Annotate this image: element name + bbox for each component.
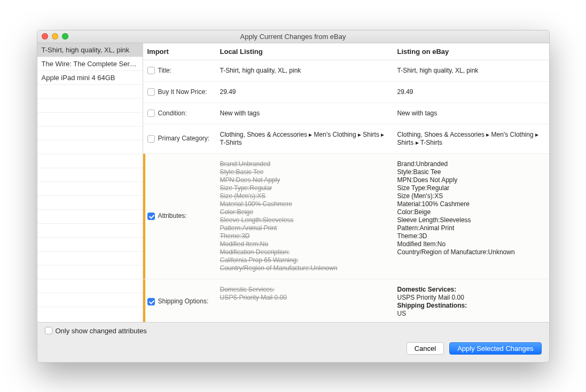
compare-row-shipping: Shipping Options:Domestic Services:USPS … (143, 279, 549, 322)
sidebar-item[interactable] (37, 154, 143, 168)
import-checkbox-attributes[interactable] (147, 213, 155, 220)
sidebar-item[interactable] (37, 252, 143, 265)
sidebar-item[interactable] (37, 210, 143, 224)
close-icon[interactable] (42, 33, 48, 40)
sidebar-item[interactable] (37, 182, 143, 196)
comparison-table: Import Local Listing Listing on eBay Tit… (143, 43, 549, 322)
sidebar-item[interactable] (37, 293, 143, 307)
local-value: Domestic Services:USPS Priority Mail 0.0… (220, 286, 397, 318)
only-changed-label: Only show changed attributes (56, 327, 147, 335)
row-label: Primary Category: (158, 135, 210, 143)
footer: Only show changed attributes Cancel Appl… (37, 322, 549, 362)
zoom-icon[interactable] (62, 33, 68, 40)
sidebar-item[interactable] (37, 238, 143, 252)
only-changed-checkbox[interactable] (45, 327, 52, 334)
header-remote: Listing on eBay (397, 48, 545, 56)
minimize-icon[interactable] (52, 33, 58, 40)
sidebar-item[interactable] (37, 140, 143, 154)
compare-row-attributes: Attributes:Brand:UnbrandedStyle:Basic Te… (143, 154, 549, 279)
compare-row-buy-it-now: Buy It Now Price:29.4929.49 (143, 82, 549, 103)
import-checkbox-primary-category[interactable] (147, 135, 155, 143)
sidebar-item[interactable] (37, 279, 143, 293)
sidebar-item[interactable] (37, 224, 143, 238)
compare-row-title: Title:T-Shirt, high quality, XL, pinkT-S… (143, 60, 549, 82)
row-label: Shipping Options: (158, 297, 209, 305)
import-checkbox-shipping[interactable] (147, 298, 155, 305)
row-label: Title: (158, 67, 172, 75)
remote-value: New with tags (397, 109, 545, 117)
header-import: Import (147, 48, 220, 56)
sidebar-item[interactable] (37, 99, 143, 113)
local-value: Brand:UnbrandedStyle:Basic TeeMPN:Does N… (220, 160, 397, 272)
cancel-button[interactable]: Cancel (407, 342, 444, 355)
import-checkbox-condition[interactable] (147, 109, 155, 117)
window-controls (42, 33, 68, 40)
sidebar-item[interactable] (37, 196, 143, 210)
sidebar-item[interactable]: The Wire: The Complete Series… (37, 57, 143, 71)
header-local: Local Listing (220, 48, 397, 56)
remote-value: Brand:UnbrandedStyle:Basic TeeMPN:Does N… (397, 160, 545, 272)
remote-value: Domestic Services:USPS Priority Mail 0.0… (397, 286, 545, 318)
dialog-window: Apply Current Changes from eBay T-Shirt,… (37, 30, 550, 363)
sidebar-item[interactable] (37, 168, 143, 182)
local-value: New with tags (220, 109, 397, 117)
sidebar-item[interactable] (37, 85, 143, 99)
listing-sidebar: T-Shirt, high quality, XL, pinkThe Wire:… (37, 43, 143, 322)
sidebar-item[interactable]: Apple iPad mini 4 64GB (37, 71, 143, 85)
local-value: 29.49 (220, 88, 397, 96)
local-value: T-Shirt, high quality, XL, pink (220, 67, 397, 75)
row-label: Condition: (158, 109, 187, 117)
window-title: Apply Current Changes from eBay (240, 33, 346, 41)
compare-row-primary-category: Primary Category:Clothing, Shoes & Acces… (143, 124, 549, 154)
content-area: T-Shirt, high quality, XL, pinkThe Wire:… (37, 43, 549, 322)
import-checkbox-title[interactable] (147, 67, 155, 74)
sidebar-item[interactable]: T-Shirt, high quality, XL, pink (37, 43, 143, 57)
apply-button[interactable]: Apply Selected Changes (449, 342, 541, 355)
compare-row-condition: Condition:New with tagsNew with tags (143, 103, 549, 124)
column-headers: Import Local Listing Listing on eBay (143, 43, 549, 60)
row-label: Buy It Now Price: (158, 88, 207, 96)
remote-value: 29.49 (397, 88, 545, 96)
import-checkbox-buy-it-now[interactable] (147, 88, 155, 96)
sidebar-item[interactable] (37, 127, 143, 140)
row-label: Attributes: (158, 212, 187, 220)
sidebar-item[interactable] (37, 113, 143, 127)
remote-value: T-Shirt, high quality, XL, pink (397, 67, 545, 75)
titlebar: Apply Current Changes from eBay (37, 30, 549, 43)
remote-value: Clothing, Shoes & Accessories ▸ Men's Cl… (397, 131, 545, 147)
sidebar-item[interactable] (37, 265, 143, 279)
local-value: Clothing, Shoes & Accessories ▸ Men's Cl… (220, 131, 397, 147)
